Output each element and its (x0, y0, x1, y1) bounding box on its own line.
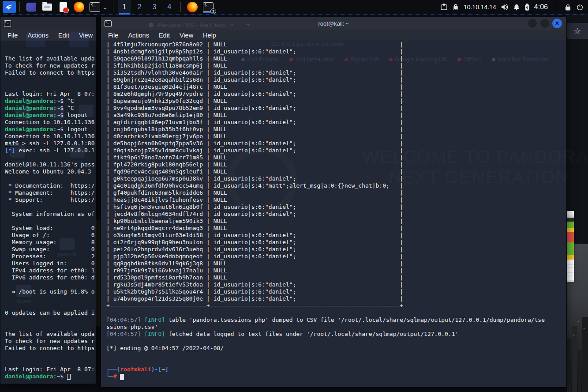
desktop: $_ ⌄ 1234 $_ 3 10.10.14.14 (0, 0, 588, 392)
vpn-lock-icon[interactable] (452, 4, 459, 11)
text-editor-button[interactable] (56, 1, 70, 13)
terminal-line: | jecd4v8f6mlcgn4634ndfl74rd | id_usuari… (106, 211, 566, 218)
terminal-line: | fqd96rcv4ecuqs409n5qsleufi | NULL | (106, 168, 566, 175)
terminal-line: daniel@pandora:~$ ^C (5, 98, 96, 105)
terminal-line: | rgku3s5dj4mbr85tiefv53tdoa | id_usuari… (106, 281, 566, 288)
taskbar-firefox-window-button[interactable] (186, 1, 199, 13)
terminal-line: To check for new updates r (5, 338, 96, 345)
main-terminal-output[interactable]: | 4f51mju7kcuonuqor3876n8o02 | NULL || 4… (101, 41, 566, 380)
terminal-line: * Documentation: https:/ (5, 182, 96, 189)
left-menu-edit[interactable]: Edit (58, 32, 69, 39)
terminal-line: | gf40pukfdinc63nm5lkroidde6 | NULL | (106, 189, 566, 196)
vpn-ip-label: 10.10.14.14 (464, 4, 496, 11)
terminal-line (5, 302, 96, 309)
main-menu-actions[interactable]: Actions (128, 32, 149, 39)
ghost-browser-tab: Pandora FMS - the Flexib × + (149, 20, 251, 29)
bookmark-star-button[interactable]: ☆ (567, 23, 588, 39)
terminal-line: Swap usage: 0 (5, 246, 96, 253)
terminal-line: | cojb6rgubs18ipb35b3f6hf0vp | NULL | (106, 126, 566, 133)
terminal-line: ssions_php.csv' (106, 324, 566, 331)
terminal-line: [04:04:57] [INFO] fetched data logged to… (106, 331, 566, 338)
power-icon[interactable] (576, 4, 584, 11)
show-desktop-button[interactable] (25, 1, 38, 13)
terminal-line: | rd5330pdl9pmfssi0arb9h7oan | NULL | (106, 274, 566, 281)
terminal-icon: >_ (4, 20, 11, 27)
terminal-line: The list of available upda (5, 55, 96, 62)
terminal-line: msf6 > ssh -L 127.0.0.1:80 (5, 140, 96, 147)
terminal-line (5, 41, 96, 48)
taskbar-separator (180, 2, 181, 12)
main-menu-view[interactable]: View (180, 32, 193, 39)
terminal-line (106, 309, 566, 317)
terminal-line: daniel@pandora:~$ logout (5, 126, 96, 133)
workspace-4[interactable]: 4 (163, 0, 176, 15)
workspace-2[interactable]: 2 (133, 0, 146, 15)
close-button[interactable]: ✕ (552, 19, 562, 28)
terminal-line: | kp90bu1mlclbaenaljem590ik3 | NULL | (106, 218, 566, 225)
terminal-line: | 4nsbidcmgfoh1gilpv8p5hpi2s | id_usuari… (106, 48, 566, 55)
volume-icon[interactable] (501, 4, 509, 11)
terminal-line: Last login: Fri Apr 8 07: (5, 90, 96, 98)
terminal-line: | heasjj8c48ikjlvsf1uhonfesv | NULL | (106, 196, 566, 204)
terminal-line: IPv6 address for eth0: d (5, 274, 96, 281)
terminal-line: | 5i352tsdh7vlohth30ve4o0air | id_usuari… (106, 69, 566, 76)
firefox-launcher-button[interactable] (72, 1, 86, 13)
taskbar-separator (556, 2, 556, 12)
main-menu-edit[interactable]: Edit (159, 32, 170, 39)
left-terminal-titlebar[interactable]: >_ (0, 17, 96, 30)
terminal-line: The list of available upda (5, 331, 96, 338)
terminal-line (5, 295, 96, 302)
clock-label[interactable]: 4:06 (534, 3, 548, 11)
workspace-1[interactable]: 1 (118, 0, 131, 15)
clipboard-icon[interactable] (440, 4, 448, 11)
left-terminal-window: >_ FileActionsEditViewH The list of avai… (0, 17, 96, 384)
workspace-3[interactable]: 3 (148, 0, 161, 15)
terminal-line: └─# (106, 373, 566, 380)
main-terminal-menubar: FileActionsEditViewHelp (101, 30, 566, 41)
battery-icon[interactable] (524, 4, 530, 11)
terminal-line: System load: 0 (5, 225, 96, 232)
terminal-line: Failed to connect to https (5, 69, 96, 76)
maximize-button[interactable] (540, 19, 550, 28)
terminal-launcher-button[interactable]: $_ (88, 1, 101, 13)
taskbar-terminal-window-button[interactable]: $_ 3 (202, 1, 215, 13)
terminal-icon: $_ (90, 2, 100, 12)
terminal-line: | g0kteepqaj1oep6u7msp0u38kv | id_usuari… (106, 175, 566, 182)
terminal-line: | g4e01qdgk36mfdh90hvcc54umq | id_usuari… (106, 182, 566, 189)
notifications-bell-icon[interactable] (513, 4, 520, 11)
terminal-line: [04:04:57] [INFO] table 'pandora.tsessio… (106, 317, 566, 324)
terminal-line: | 8upeameujo9nhki3ps0fu32cgd | NULL | (106, 98, 566, 105)
terminal-line: | d0carbrks2lvmb90ergj7jv6po | NULL | (106, 133, 566, 140)
kali-logo-icon (5, 3, 14, 11)
file-manager-button[interactable] (41, 1, 54, 13)
left-menu-file[interactable]: File (7, 32, 18, 39)
terminal-line: | 59qae699l0971h13qmbpqahlls | NULL | (106, 55, 566, 62)
chevron-down-icon[interactable]: ⌄ (103, 4, 108, 11)
kali-menu-button[interactable] (3, 1, 16, 13)
firefox-icon (187, 2, 198, 12)
terminal-line: | oi2r6rjq9v99qt8q9heu3nulon | id_usuari… (106, 239, 566, 246)
terminal-line: Usage of /: 6 (5, 232, 96, 239)
minimize-button[interactable] (528, 19, 537, 28)
main-menu-help[interactable]: Help (203, 32, 216, 39)
lock-screen-icon[interactable] (564, 4, 572, 11)
terminal-line: Failed to connect to https (5, 345, 96, 352)
terminal-line: Connection to 10.10.11.136 (5, 119, 96, 126)
terminal-line: * Support: https:/ (5, 196, 96, 204)
terminal-line: | u5ktk2bt6ghb7s51lka5qou4r4 | id_usuari… (106, 288, 566, 295)
terminal-line: daniel@pandora:~$ logout (5, 112, 96, 119)
main-menu-file[interactable]: File (108, 32, 118, 39)
terminal-line: Welcome to Ubuntu 20.04.3 (5, 168, 96, 175)
tab-close-icon: × (230, 22, 234, 28)
terminal-line: | 4f51mju7kcuonuqor3876n8o02 | NULL | (106, 41, 566, 48)
terminal-line: | u74bvn6gop4rl21ds325q80j0e | id_usuari… (106, 295, 566, 302)
folder-icon (42, 4, 52, 11)
terminal-line (5, 175, 96, 182)
terminal-line: Users logged in: 0 (5, 260, 96, 267)
left-terminal-output[interactable]: The list of available updaTo check for n… (0, 41, 96, 380)
terminal-line: To check for new updates r (5, 62, 96, 69)
page-thumbnail (567, 211, 574, 282)
terminal-line: Last login: Fri Apr 8 07: (5, 366, 96, 373)
terminal-line: | o3kuq4m5t5mqv01iur63e1di58 | id_usuari… (106, 232, 566, 239)
terminal-line: * Management: https:/ (5, 189, 96, 196)
